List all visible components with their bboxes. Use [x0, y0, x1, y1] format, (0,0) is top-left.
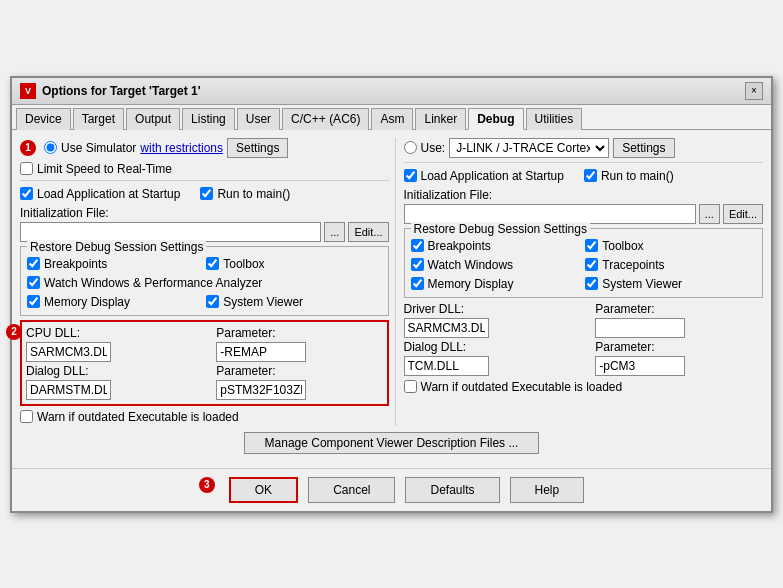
init-file-left-input[interactable]	[20, 222, 321, 242]
cpu-dll-label: CPU DLL:	[26, 326, 106, 340]
main-content: 1 Use Simulator with restrictions Settin…	[12, 130, 771, 468]
tab-cpp[interactable]: C/C++ (AC6)	[282, 108, 369, 130]
left-settings-button[interactable]: Settings	[227, 138, 288, 158]
dialog-dll-left-input[interactable]	[26, 380, 111, 400]
app-icon: V	[20, 83, 36, 99]
cpu-param-input[interactable]	[216, 342, 306, 362]
ok-button[interactable]: OK	[229, 477, 298, 503]
init-file-left-label: Initialization File:	[20, 206, 389, 220]
init-file-right-input[interactable]	[404, 204, 696, 224]
driver-dll-label: Driver DLL:	[404, 302, 484, 316]
device-select[interactable]: J-LINK / J-TRACE Cortex	[449, 138, 609, 158]
use-device-radio[interactable]	[404, 141, 417, 154]
toolbox-right-checkbox[interactable]	[585, 239, 598, 252]
toolbox-left-row: Toolbox	[206, 257, 381, 271]
system-viewer-right-checkbox[interactable]	[585, 277, 598, 290]
title-bar-left: V Options for Target 'Target 1'	[20, 83, 201, 99]
toolbox-right-row: Toolbox	[585, 239, 756, 253]
run-to-main-left-label: Run to main()	[217, 187, 290, 201]
tabs-bar: Device Target Output Listing User C/C++ …	[12, 105, 771, 130]
init-edit-left-btn[interactable]: Edit...	[348, 222, 388, 242]
dialog-param-left-label: Parameter:	[216, 364, 276, 378]
cancel-button[interactable]: Cancel	[308, 477, 395, 503]
tab-linker[interactable]: Linker	[415, 108, 466, 130]
dialog-param-right-input[interactable]	[595, 356, 685, 376]
close-button[interactable]: ×	[745, 82, 763, 100]
tab-utilities[interactable]: Utilities	[526, 108, 583, 130]
init-edit-right-btn[interactable]: Edit...	[723, 204, 763, 224]
use-simulator-label: Use Simulator	[61, 141, 136, 155]
dialog-dll-right-input[interactable]	[404, 356, 489, 376]
use-simulator-radio[interactable]	[44, 141, 57, 154]
restore-inner-right: Breakpoints Toolbox Watch Windows	[411, 237, 757, 293]
right-settings-button[interactable]: Settings	[613, 138, 674, 158]
toolbox-left-checkbox[interactable]	[206, 257, 219, 270]
cpu-param-label: Parameter:	[216, 326, 276, 340]
toolbox-right-label: Toolbox	[602, 239, 643, 253]
footer: 3 OK Cancel Defaults Help	[12, 468, 771, 511]
init-browse-left-btn[interactable]: ...	[324, 222, 345, 242]
breakpoints-left-checkbox[interactable]	[27, 257, 40, 270]
help-button[interactable]: Help	[510, 477, 585, 503]
breakpoints-right-checkbox[interactable]	[411, 239, 424, 252]
restore-group-right: Restore Debug Session Settings Breakpoin…	[404, 228, 764, 298]
system-viewer-right-label: System Viewer	[602, 277, 682, 291]
watch-windows-left-label: Watch Windows & Performance Analyzer	[44, 276, 262, 290]
run-to-main-right-label: Run to main()	[601, 169, 674, 183]
tab-debug[interactable]: Debug	[468, 108, 523, 130]
title-bar: V Options for Target 'Target 1' ×	[12, 78, 771, 105]
left-column: 1 Use Simulator with restrictions Settin…	[20, 138, 389, 426]
restore-group-left: Restore Debug Session Settings Breakpoin…	[20, 246, 389, 316]
tracepoints-right-checkbox[interactable]	[585, 258, 598, 271]
dialog-dll-right-label: Dialog DLL:	[404, 340, 484, 354]
divider1	[20, 180, 389, 181]
two-column-layout: 1 Use Simulator with restrictions Settin…	[20, 138, 763, 426]
run-to-main-left-checkbox[interactable]	[200, 187, 213, 200]
load-app-right-checkbox[interactable]	[404, 169, 417, 182]
dialog-dll-left-label: Dialog DLL:	[26, 364, 106, 378]
dll-section-left: 2 CPU DLL: Parameter: Dialog DLL: Parame…	[20, 320, 389, 406]
toolbox-left-label: Toolbox	[223, 257, 264, 271]
breakpoints-right-label: Breakpoints	[428, 239, 491, 253]
watch-windows-right-checkbox[interactable]	[411, 258, 424, 271]
memory-display-right-row: Memory Display	[411, 277, 582, 291]
right-column: Use: J-LINK / J-TRACE Cortex Settings Lo…	[395, 138, 764, 426]
memory-display-right-checkbox[interactable]	[411, 277, 424, 290]
limit-speed-label: Limit Speed to Real-Time	[37, 162, 172, 176]
tab-output[interactable]: Output	[126, 108, 180, 130]
use-label: Use:	[421, 141, 446, 155]
system-viewer-left-checkbox[interactable]	[206, 295, 219, 308]
load-app-left-checkbox[interactable]	[20, 187, 33, 200]
watch-windows-left-checkbox[interactable]	[27, 276, 40, 289]
warn-right-checkbox[interactable]	[404, 380, 417, 393]
with-restrictions-link[interactable]: with restrictions	[140, 141, 223, 155]
tab-listing[interactable]: Listing	[182, 108, 235, 130]
dialog-param-left-input[interactable]	[216, 380, 306, 400]
tab-user[interactable]: User	[237, 108, 280, 130]
system-viewer-left-row: System Viewer	[206, 295, 381, 309]
load-app-right-label: Load Application at Startup	[421, 169, 564, 183]
init-file-right-label: Initialization File:	[404, 188, 764, 202]
driver-dll-input[interactable]	[404, 318, 489, 338]
init-browse-right-btn[interactable]: ...	[699, 204, 720, 224]
tab-target[interactable]: Target	[73, 108, 124, 130]
restore-checks-right: Breakpoints Toolbox Watch Windows	[411, 237, 757, 293]
warn-left-checkbox[interactable]	[20, 410, 33, 423]
memory-display-left-checkbox[interactable]	[27, 295, 40, 308]
watch-windows-left-row: Watch Windows & Performance Analyzer	[27, 276, 382, 290]
cpu-dll-input[interactable]	[26, 342, 111, 362]
defaults-button[interactable]: Defaults	[405, 477, 499, 503]
driver-param-label: Parameter:	[595, 302, 655, 316]
run-to-main-right-row: Run to main()	[584, 169, 674, 183]
tab-device[interactable]: Device	[16, 108, 71, 130]
manage-component-button[interactable]: Manage Component Viewer Description File…	[244, 432, 540, 454]
run-to-main-right-checkbox[interactable]	[584, 169, 597, 182]
limit-speed-checkbox[interactable]	[20, 162, 33, 175]
load-app-left-row: Load Application at Startup	[20, 187, 180, 201]
warn-right-row: Warn if outdated Executable is loaded	[404, 380, 764, 394]
divider2	[404, 162, 764, 163]
driver-param-input[interactable]	[595, 318, 685, 338]
dialog-param-right-label: Parameter:	[595, 340, 655, 354]
limit-speed-row: Limit Speed to Real-Time	[20, 162, 389, 176]
tab-asm[interactable]: Asm	[371, 108, 413, 130]
